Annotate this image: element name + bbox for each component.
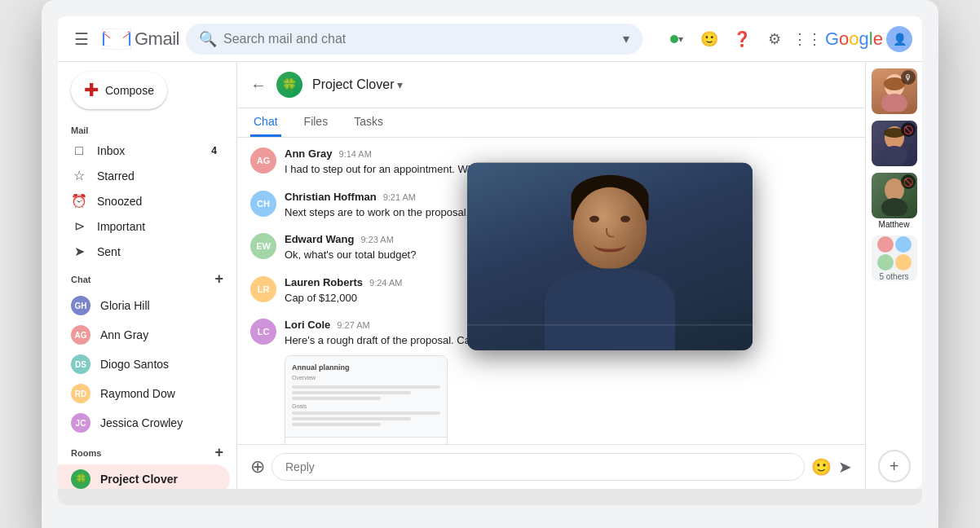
msg-sender-3: Edward Wang	[285, 233, 354, 245]
gloria-avatar: GH	[71, 296, 90, 315]
doc-preview[interactable]: Annual planning Overview Goals	[285, 355, 448, 445]
msg-avatar-edward: EW	[250, 233, 276, 259]
gmail-logo: Gmail	[102, 29, 179, 50]
video-participants-panel: 🎙 🚫	[865, 62, 922, 489]
msg-avatar-lauren: LR	[250, 276, 276, 302]
eye-left	[589, 216, 599, 222]
user-avatar[interactable]: 👤	[886, 26, 912, 52]
sidebar-item-sent[interactable]: ➤ Sent	[58, 239, 230, 264]
msg-time-3: 9:23 AM	[360, 235, 393, 244]
attach-button[interactable]: ⊕	[250, 456, 265, 477]
compose-button[interactable]: ✚ Compose	[71, 72, 167, 109]
room-header-avatar: 🍀	[276, 72, 302, 98]
video-main-background	[467, 163, 753, 350]
diogo-name: Diogo Santos	[100, 358, 169, 371]
jessica-name: Jessica Crowley	[100, 416, 183, 429]
video-call-overlay	[467, 163, 753, 350]
person-head	[573, 187, 647, 269]
sidebar-item-diogo[interactable]: DS Diogo Santos	[58, 350, 230, 379]
doc-preview-subtitle: Overview	[292, 375, 440, 381]
sidebar: ✚ Compose Mail □ Inbox 4 ☆ Starred ⏰	[58, 62, 237, 489]
help-button[interactable]: ❓	[727, 24, 757, 54]
tab-tasks[interactable]: Tasks	[351, 108, 386, 137]
google-logo: Google	[825, 29, 883, 50]
gloria-name: Gloria Hill	[100, 299, 150, 312]
sent-icon: ➤	[71, 244, 87, 259]
sidebar-item-project-clover[interactable]: 🍀 Project Clover	[58, 464, 230, 489]
important-icon: ⊳	[71, 218, 87, 234]
reply-input[interactable]	[271, 453, 805, 481]
add-participant-button[interactable]: +	[878, 450, 911, 482]
ann-avatar: AG	[71, 325, 90, 345]
sidebar-item-inbox[interactable]: □ Inbox 4	[58, 139, 230, 163]
chat-section-label: Chat +	[58, 264, 236, 291]
search-icon: 🔍	[199, 30, 217, 48]
inbox-label: Inbox	[97, 144, 125, 157]
sidebar-item-ann[interactable]: AG Ann Gray	[58, 320, 230, 350]
msg-sender-2: Christian Hoffman	[285, 191, 377, 203]
search-dropdown-icon[interactable]: ▾	[623, 31, 629, 46]
svg-point-12	[881, 198, 907, 216]
raymond-name: Raymond Dow	[100, 387, 175, 400]
sidebar-item-raymond[interactable]: RD Raymond Dow	[58, 379, 230, 408]
chat-title: Project Clover ▾	[312, 77, 403, 92]
others-group[interactable]: 5 others	[872, 235, 917, 281]
add-chat-icon[interactable]: +	[214, 271, 223, 288]
project-clover-avatar: 🍀	[71, 469, 90, 489]
mini-face-2	[895, 236, 912, 253]
msg-avatar-christian: CH	[250, 191, 276, 217]
msg-avatar-ann: AG	[250, 147, 276, 174]
bg-line	[467, 324, 753, 326]
laptop-bezel	[58, 489, 922, 505]
diogo-avatar: DS	[71, 354, 90, 374]
others-faces-2	[877, 254, 912, 271]
ann-name: Ann Gray	[100, 328, 148, 341]
msg-header-1: Ann Gray 9:14 AM	[285, 147, 852, 160]
chat-header: ← 🍀 Project Clover ▾	[237, 62, 865, 108]
doc-preview-title: Annual planning	[292, 363, 440, 372]
doc-preview-lines: Annual planning Overview Goals	[292, 363, 440, 429]
sidebar-item-jessica[interactable]: JC Jessica Crowley	[58, 408, 230, 438]
doc-line	[292, 417, 411, 420]
sidebar-item-starred[interactable]: ☆ Starred	[58, 163, 230, 188]
sidebar-item-snoozed[interactable]: ⏰ Snoozed	[58, 188, 230, 213]
msg-time-1: 9:14 AM	[339, 149, 372, 159]
emoji-status-button[interactable]: 🙂	[695, 24, 724, 54]
room-name-dropdown-icon[interactable]: ▾	[397, 78, 403, 91]
mini-face-4	[895, 254, 912, 271]
doc-line	[292, 391, 411, 394]
others-faces	[877, 236, 912, 253]
status-button[interactable]: ▾	[662, 24, 691, 54]
mic-off-badge-1: 🎙	[901, 70, 916, 85]
sent-label: Sent	[97, 245, 121, 258]
raymond-avatar: RD	[71, 384, 90, 403]
status-dropdown: ▾	[678, 33, 683, 45]
tab-files[interactable]: Files	[301, 108, 332, 137]
matthew-participant: 🚫 Matthew	[872, 173, 917, 229]
sidebar-item-gloria[interactable]: GH Gloria Hill	[58, 291, 230, 320]
matthew-name: Matthew	[879, 220, 910, 229]
sidebar-item-important[interactable]: ⊳ Important	[58, 213, 230, 239]
mini-face-3	[877, 254, 894, 271]
add-room-icon[interactable]: +	[214, 444, 223, 461]
compose-plus-icon: ✚	[84, 80, 99, 101]
tab-chat[interactable]: Chat	[250, 108, 281, 137]
send-button[interactable]: ➤	[838, 457, 852, 477]
menu-icon[interactable]: ☰	[68, 23, 95, 55]
emoji-button[interactable]: 🙂	[811, 457, 832, 477]
msg-time-4: 9:24 AM	[369, 278, 402, 288]
doc-line	[292, 423, 381, 426]
mail-section-label: Mail	[58, 119, 236, 139]
doc-line	[292, 411, 440, 415]
search-input[interactable]	[223, 32, 616, 46]
participant-thumb-matthew: 🚫	[872, 173, 917, 218]
back-button[interactable]: ←	[250, 76, 267, 95]
inbox-badge: 4	[211, 145, 217, 156]
others-count: 5 others	[879, 272, 908, 281]
mic-off-badge-2: 🚫	[901, 122, 916, 137]
project-clover-name: Project Clover	[100, 473, 178, 486]
apps-button[interactable]: ⋮⋮	[792, 24, 822, 54]
compose-label: Compose	[105, 84, 154, 97]
search-bar[interactable]: 🔍 ▾	[186, 24, 642, 55]
settings-button[interactable]: ⚙	[760, 24, 789, 54]
